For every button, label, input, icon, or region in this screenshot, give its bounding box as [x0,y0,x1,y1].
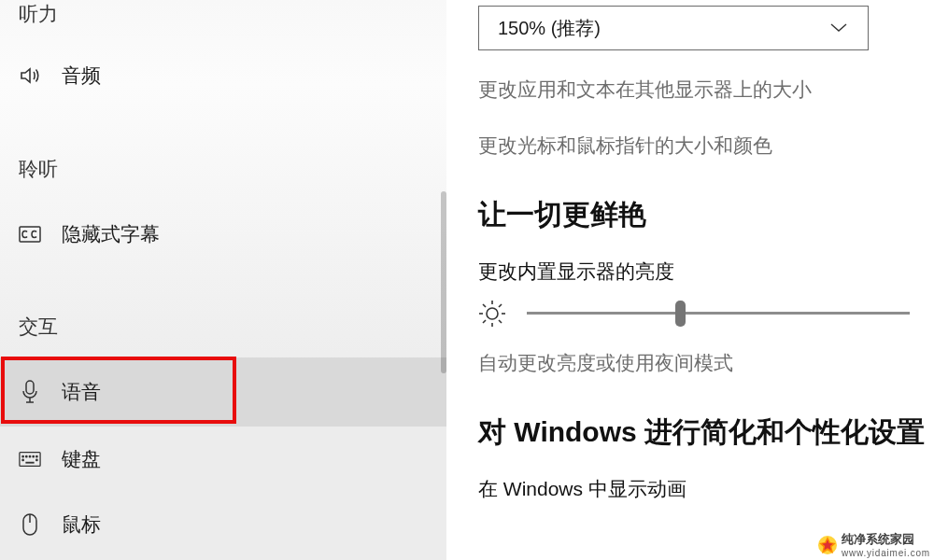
heading-simplify: 对 Windows 进行简化和个性化设置 [478,413,934,452]
svg-point-6 [33,455,34,456]
heading-vivid: 让一切更鲜艳 [478,196,934,234]
sidebar-item-label: 键盘 [62,446,101,472]
speaker-icon [19,64,41,87]
mouse-icon [19,512,41,537]
brightness-slider[interactable] [527,302,910,325]
svg-point-7 [36,455,37,456]
watermark: 纯净系统家园 www.yidaimei.com [817,531,930,558]
watermark-title: 纯净系统家园 [842,531,930,548]
link-cursor-size[interactable]: 更改光标和鼠标指针的大小和颜色 [478,133,934,159]
section-header-listen: 聆听 [0,159,58,178]
slider-track [527,312,910,315]
keyboard-icon [19,451,41,468]
scale-dropdown[interactable]: 150% (推荐) [478,6,869,50]
link-other-displays[interactable]: 更改应用和文本在其他显示器上的大小 [478,77,934,103]
microphone-icon [19,380,41,404]
brightness-label: 更改内置显示器的亮度 [478,259,934,285]
svg-rect-10 [25,462,34,464]
slider-thumb[interactable] [675,301,686,327]
chevron-down-icon [830,23,847,33]
sidebar-item-audio[interactable]: 音频 [0,43,437,108]
sidebar-item-keyboard[interactable]: 键盘 [0,427,437,492]
sidebar-item-label: 隐藏式字幕 [62,221,160,247]
sidebar-item-cc[interactable]: 隐藏式字幕 [0,202,437,267]
sidebar-item-speech[interactable]: 语音 [0,357,446,427]
svg-point-3 [22,455,23,456]
svg-point-13 [487,308,498,319]
cc-icon [19,226,41,243]
content-pane: 150% (推荐) 更改应用和文本在其他显示器上的大小 更改光标和鼠标指针的大小… [446,0,934,560]
svg-line-19 [499,320,502,323]
scale-dropdown-value: 150% (推荐) [498,16,601,41]
watermark-url: www.yidaimei.com [842,548,930,558]
section-header-hearing: 听力 [0,4,58,23]
section-header-interaction: 交互 [0,316,58,336]
svg-line-20 [483,320,486,323]
svg-rect-1 [26,381,34,394]
svg-point-8 [22,459,23,460]
sidebar: 听力 音频 聆听 隐藏式字幕 交互 [0,0,446,560]
sidebar-item-label: 音频 [62,63,101,89]
svg-point-4 [26,455,27,456]
link-auto-brightness[interactable]: 自动更改亮度或使用夜间模式 [478,350,934,376]
svg-point-5 [29,455,30,456]
sidebar-item-label: 语音 [62,379,101,405]
sidebar-item-mouse[interactable]: 鼠标 [0,492,437,557]
watermark-logo-icon [817,535,838,555]
svg-line-21 [499,304,502,307]
svg-line-18 [483,304,486,307]
show-animations-label: 在 Windows 中显示动画 [478,476,934,502]
sun-icon [478,300,506,328]
svg-point-9 [36,459,37,460]
sidebar-item-label: 鼠标 [62,511,101,538]
